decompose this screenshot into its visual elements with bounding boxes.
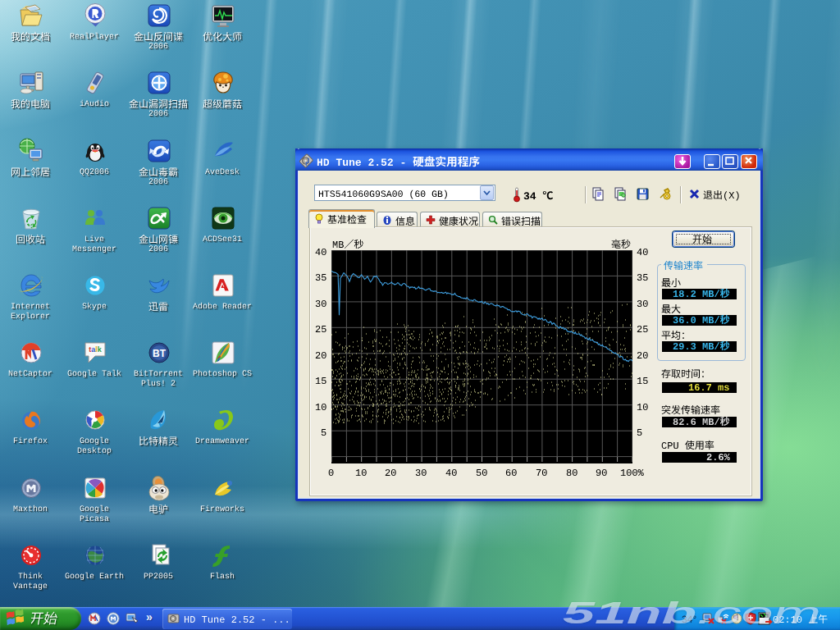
svg-text:BT: BT [153, 348, 167, 359]
svg-text:talk: talk [89, 345, 103, 354]
